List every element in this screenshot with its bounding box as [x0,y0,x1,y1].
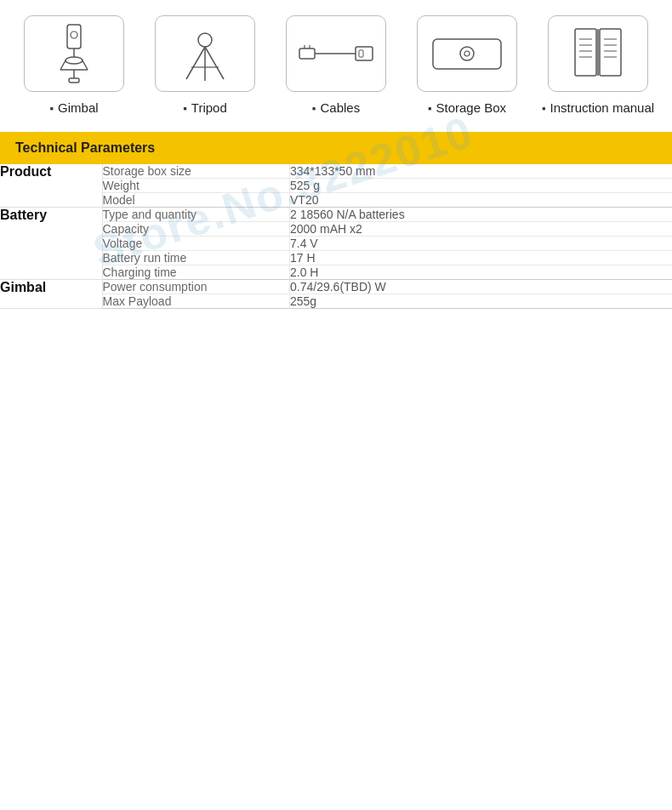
tripod-icon [171,23,239,84]
parameters-table: ProductStorage box size334*133*50 mmWeig… [0,164,672,309]
instruction-manual-icon-box [548,15,648,92]
storage-box-icon-box [417,15,517,92]
param-name: Capacity [103,222,290,236]
param-value: 2000 mAH x2 [290,222,673,236]
tech-parameters-header: Technical Parameters [0,132,672,164]
param-value: 7.4 V [290,237,673,250]
svg-point-8 [71,31,77,38]
param-name: Type and quantity [103,208,290,221]
param-value: 255g [290,294,673,308]
table-row: ProductStorage box size334*133*50 mm [0,164,672,179]
param-name: Weight [103,179,290,192]
svg-line-3 [60,60,65,70]
svg-rect-14 [299,48,315,59]
table-row: BatteryType and quantity2 18560 N/A batt… [0,208,672,222]
icons-section: Gimbal Tripod [0,0,672,123]
tripod-label: Tripod [183,100,227,115]
instruction-manual-icon [568,22,628,86]
category-battery: Battery [0,208,102,280]
icon-item-tripod: Tripod [145,15,265,115]
cables-label: Cables [312,100,360,115]
icon-item-storage-box: Storage Box [407,15,527,115]
svg-line-4 [83,60,88,70]
storage-box-label: Storage Box [428,100,506,115]
gimbal-label: Gimbal [49,100,98,115]
svg-point-22 [464,51,470,56]
svg-rect-16 [356,47,373,60]
svg-rect-20 [433,39,501,69]
param-value: 2 18560 N/A batteries [290,208,673,221]
gimbal-icon [48,23,100,84]
svg-point-9 [198,33,212,47]
param-value: 0.74/29.6(TBD) W [290,280,673,294]
table-row: GimbalPower consumption0.74/29.6(TBD) W [0,280,672,294]
param-name: Charging time [103,265,290,279]
svg-line-11 [205,47,224,79]
storage-box-icon [429,31,505,77]
svg-point-2 [65,57,83,64]
svg-point-21 [460,47,474,60]
tech-parameters-title: Technical Parameters [15,140,155,155]
param-value: VT20 [290,193,673,207]
cables-icon [298,37,374,71]
param-value: 17 H [290,251,673,265]
param-name: Storage box size [103,164,290,178]
svg-rect-24 [600,29,621,76]
category-product: Product [0,164,102,208]
svg-line-10 [186,47,205,79]
gimbal-icon-box [24,15,124,92]
icon-item-cables: Cables [276,15,396,115]
param-name: Battery run time [103,251,290,265]
svg-rect-23 [575,29,596,76]
tripod-icon-box [155,15,255,92]
category-gimbal: Gimbal [0,280,102,309]
param-name: Voltage [103,237,290,250]
cables-icon-box [286,15,386,92]
param-value: 2.0 H [290,265,673,279]
icon-item-gimbal: Gimbal [14,15,134,115]
svg-rect-17 [359,50,363,57]
param-name: Power consumption [103,280,290,294]
icon-item-instruction-manual: Instruction manual [538,15,658,115]
svg-rect-7 [69,78,79,83]
svg-rect-0 [67,25,81,48]
param-name: Max Payload [103,294,290,308]
param-value: 334*133*50 mm [290,164,673,178]
param-name: Model [103,193,290,207]
param-value: 525 g [290,179,673,192]
instruction-manual-label: Instruction manual [542,100,654,115]
